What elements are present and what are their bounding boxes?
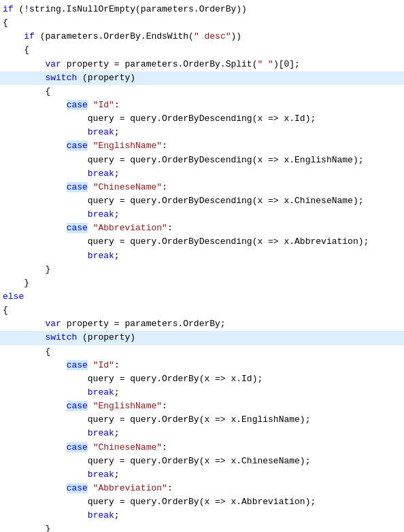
code-line: { bbox=[0, 304, 404, 317]
code-line: var property = parameters.OrderBy; bbox=[0, 317, 404, 331]
code-editor: if (!string.IsNullOrEmpty(parameters.Ord… bbox=[0, 0, 404, 532]
code-line: if (!string.IsNullOrEmpty(parameters.Ord… bbox=[0, 3, 404, 16]
code-line: { bbox=[0, 345, 404, 359]
code-line: { bbox=[0, 16, 404, 30]
code-line: } bbox=[0, 263, 404, 277]
code-line: query = query.OrderByDescending(x => x.I… bbox=[0, 112, 404, 126]
code-line: query = query.OrderByDescending(x => x.C… bbox=[0, 194, 404, 208]
code-line: break; bbox=[0, 208, 404, 221]
code-line: switch (property) bbox=[0, 71, 404, 85]
code-line: query = query.OrderBy(x => x.EnglishName… bbox=[0, 413, 404, 427]
code-line: case "Abbreviation": bbox=[0, 482, 404, 495]
code-line: query = query.OrderByDescending(x => x.A… bbox=[0, 235, 404, 249]
code-line: break; bbox=[0, 509, 404, 522]
code-line: query = query.OrderByDescending(x => x.E… bbox=[0, 154, 404, 167]
code-line: case "EnglishName": bbox=[0, 400, 404, 413]
code-line: query = query.OrderBy(x => x.ChineseName… bbox=[0, 455, 404, 468]
code-line: case "ChineseName": bbox=[0, 441, 404, 455]
code-line: break; bbox=[0, 468, 404, 482]
code-line: query = query.OrderBy(x => x.Id); bbox=[0, 372, 404, 386]
code-line: { bbox=[0, 85, 404, 99]
code-line: break; bbox=[0, 126, 404, 139]
code-line: break; bbox=[0, 167, 404, 181]
code-line: case "Id": bbox=[0, 359, 404, 372]
code-line: query = query.OrderBy(x => x.Abbreviatio… bbox=[0, 495, 404, 509]
code-line: break; bbox=[0, 386, 404, 400]
code-line: break; bbox=[0, 427, 404, 440]
code-line: case "EnglishName": bbox=[0, 139, 404, 153]
code-line: } bbox=[0, 522, 404, 532]
code-line: { bbox=[0, 43, 404, 57]
code-line: switch (property) bbox=[0, 331, 404, 344]
code-line: break; bbox=[0, 249, 404, 263]
code-line: } bbox=[0, 277, 404, 290]
code-line: case "Id": bbox=[0, 99, 404, 112]
code-line: case "Abbreviation": bbox=[0, 221, 404, 235]
code-line: case "ChineseName": bbox=[0, 181, 404, 194]
code-line: var property = parameters.OrderBy.Split(… bbox=[0, 58, 404, 71]
code-line: if (parameters.OrderBy.EndsWith(" desc")… bbox=[0, 30, 404, 43]
code-line: else bbox=[0, 290, 404, 304]
